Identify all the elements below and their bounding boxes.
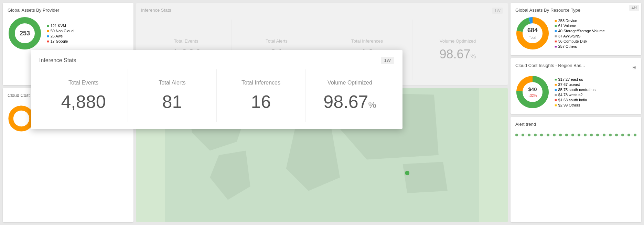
global-assets-provider-legend: ■ 121 KVM ■ 50 Non Cloud ■ 26 Aws ■ 17 G… (47, 24, 74, 43)
global-assets-resource-content: 684 Total ■ 253 Device ■ 61 Volume ■ (515, 16, 636, 50)
legend-item-1: ■ 50 Non Cloud (47, 29, 74, 33)
trend-line-segment (518, 135, 522, 135)
cloud-cost-region-title: Cloud Cost Insights - Region Bas... (515, 63, 585, 68)
trend-line-segment (556, 135, 559, 135)
right-column: Global Assets By Resource Type 684 Total (511, 3, 641, 222)
trend-line-segment (537, 135, 540, 135)
trend-dot (528, 134, 530, 136)
overlay-title: Inference Stats (39, 57, 76, 64)
trend-dot (584, 134, 587, 136)
trend-line-segment (605, 135, 609, 135)
trend-dot (634, 134, 636, 136)
trend-dot (609, 134, 612, 136)
global-assets-resource-card: Global Assets By Resource Type 684 Total (511, 3, 641, 55)
trend-dot (590, 134, 593, 136)
trend-line-segment (574, 135, 578, 135)
legend-item-0: ■ 121 KVM (47, 24, 74, 28)
global-assets-resource-center: 684 Total (527, 27, 538, 40)
region-legend-3: ■ $4.78 westus2 (555, 93, 595, 97)
trend-line-segment (618, 135, 621, 135)
trend-dot (596, 134, 599, 136)
stat-volume-optimized: Volume Optimized 98.67% (412, 20, 503, 80)
trend-dot (547, 134, 549, 136)
trend-dot (540, 134, 543, 136)
overlay-stat-volume: Volume Optimized 98.67% (305, 69, 394, 122)
region-legend-4: ■ $1.63 south india (555, 98, 595, 102)
trend-line-segment (580, 135, 584, 135)
overlay-header: Inference Stats 1W (39, 57, 394, 64)
trend-line-segment (624, 135, 627, 135)
trend-line-segment (612, 135, 615, 135)
global-assets-resource-title: Global Assets By Resource Type (515, 8, 636, 13)
trend-dot (559, 134, 562, 136)
legend-item-3: ■ 17 Google (47, 39, 74, 43)
global-assets-provider-title: Global Assets By Provider (8, 8, 129, 13)
cloud-cost-region-content: $40 ↓32% ■ $17.27 east us ■ $7.67 useast… (515, 75, 636, 109)
trend-dot (522, 134, 524, 136)
resource-legend-5: ■ 257 Others (555, 44, 605, 48)
resource-legend-0: ■ 253 Device (555, 19, 605, 23)
trend-line-segment (599, 135, 602, 135)
trend-line-segment (543, 135, 546, 135)
alert-trend-title: Alert trend (515, 122, 536, 127)
global-assets-provider-donut: 253 (8, 16, 42, 50)
region-legend-1: ■ $7.67 useast (555, 82, 595, 87)
trend-line-segment (549, 135, 553, 135)
resource-legend-3: ■ 37 AWS/SNS (555, 34, 605, 38)
trend-dot (553, 134, 556, 136)
alert-trend-badge: 4H (629, 5, 639, 11)
trend-line-segment (530, 135, 534, 135)
region-legend-5: ■ $2.99 Others (555, 103, 595, 107)
trend-dot (603, 134, 605, 136)
cloud-cost-region-center: $40 ↓32% (528, 86, 537, 98)
trend-line-segment (593, 135, 596, 135)
trend-line-segment (524, 135, 528, 135)
trend-dot (571, 134, 574, 136)
trend-line-segment (587, 135, 590, 135)
cloud-cost-region-legend: ■ $17.27 east us ■ $7.67 useast ■ $5.75 … (555, 77, 595, 107)
region-legend-0: ■ $17.27 east us (555, 77, 595, 81)
overlay-stats-grid: Total Events 4,880 Total Alerts 81 Total… (39, 69, 394, 122)
inference-stats-title: Inference Stats (141, 8, 171, 13)
cloud-cost-region-card: Cloud Cost Insights - Region Bas... ⊞ $4… (511, 58, 641, 114)
trend-dot (565, 134, 568, 136)
trend-dot (515, 134, 518, 136)
svg-point-20 (405, 171, 409, 175)
global-assets-resource-donut: 684 Total (515, 16, 550, 50)
region-legend-2: ■ $5.75 south central us (555, 88, 595, 92)
trend-dot (534, 134, 537, 136)
resource-legend-1: ■ 61 Volume (555, 24, 605, 28)
overlay-stat-events: Total Events 4,880 (39, 69, 128, 122)
global-assets-provider-center: 253 (20, 30, 30, 37)
alert-trend-card: Alert trend 4H (511, 117, 641, 222)
legend-item-2: ■ 26 Aws (47, 34, 74, 38)
trend-line-segment (568, 135, 571, 135)
grid-icon[interactable]: ⊞ (632, 65, 636, 70)
overlay-stat-alerts: Total Alerts 81 (128, 69, 217, 122)
cloud-cost-region-donut: $40 ↓32% (515, 75, 550, 109)
overlay-badge: 1W (381, 57, 395, 64)
global-assets-provider-content: 253 ■ 121 KVM ■ 50 Non Cloud ■ 26 Aws ■ (8, 16, 129, 50)
trend-dot (621, 134, 624, 136)
trend-dot (615, 134, 618, 136)
resource-legend-2: ■ 40 Storage/Storage Volume (555, 29, 605, 33)
inference-stats-overlay-card: Inference Stats 1W Total Events 4,880 To… (31, 50, 402, 129)
resource-legend-4: ■ 36 Compute Disk (555, 39, 605, 43)
inference-stats-badge: 1W (492, 8, 503, 14)
overlay-stat-inferences: Total Inferences 16 (217, 69, 305, 122)
global-assets-resource-legend: ■ 253 Device ■ 61 Volume ■ 40 Storage/St… (555, 19, 605, 48)
trend-line-segment (562, 135, 565, 135)
trend-dot (627, 134, 630, 136)
trend-dot (578, 134, 580, 136)
svg-point-17 (11, 108, 32, 129)
alert-trend-line (515, 134, 636, 136)
trend-line-segment (630, 135, 634, 135)
